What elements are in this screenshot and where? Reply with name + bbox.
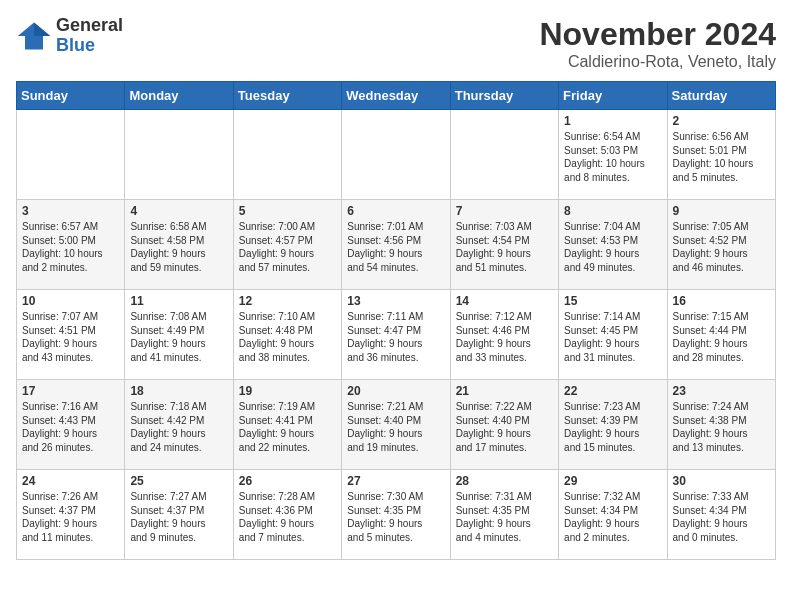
calendar-body: 1Sunrise: 6:54 AM Sunset: 5:03 PM Daylig… xyxy=(17,110,776,560)
day-info: Sunrise: 7:22 AM Sunset: 4:40 PM Dayligh… xyxy=(456,400,553,454)
day-info: Sunrise: 6:54 AM Sunset: 5:03 PM Dayligh… xyxy=(564,130,661,184)
calendar-cell: 26Sunrise: 7:28 AM Sunset: 4:36 PM Dayli… xyxy=(233,470,341,560)
day-number: 19 xyxy=(239,384,336,398)
day-info: Sunrise: 7:24 AM Sunset: 4:38 PM Dayligh… xyxy=(673,400,770,454)
calendar-cell: 9Sunrise: 7:05 AM Sunset: 4:52 PM Daylig… xyxy=(667,200,775,290)
day-info: Sunrise: 7:08 AM Sunset: 4:49 PM Dayligh… xyxy=(130,310,227,364)
day-info: Sunrise: 7:27 AM Sunset: 4:37 PM Dayligh… xyxy=(130,490,227,544)
calendar-cell: 5Sunrise: 7:00 AM Sunset: 4:57 PM Daylig… xyxy=(233,200,341,290)
day-number: 27 xyxy=(347,474,444,488)
day-number: 20 xyxy=(347,384,444,398)
calendar-cell: 3Sunrise: 6:57 AM Sunset: 5:00 PM Daylig… xyxy=(17,200,125,290)
calendar-cell: 8Sunrise: 7:04 AM Sunset: 4:53 PM Daylig… xyxy=(559,200,667,290)
day-number: 22 xyxy=(564,384,661,398)
calendar-cell xyxy=(233,110,341,200)
calendar-cell: 4Sunrise: 6:58 AM Sunset: 4:58 PM Daylig… xyxy=(125,200,233,290)
calendar-cell: 17Sunrise: 7:16 AM Sunset: 4:43 PM Dayli… xyxy=(17,380,125,470)
day-info: Sunrise: 7:33 AM Sunset: 4:34 PM Dayligh… xyxy=(673,490,770,544)
calendar-cell: 13Sunrise: 7:11 AM Sunset: 4:47 PM Dayli… xyxy=(342,290,450,380)
logo-icon xyxy=(16,18,52,54)
day-number: 21 xyxy=(456,384,553,398)
calendar-cell xyxy=(17,110,125,200)
day-number: 10 xyxy=(22,294,119,308)
day-number: 25 xyxy=(130,474,227,488)
day-number: 24 xyxy=(22,474,119,488)
day-number: 9 xyxy=(673,204,770,218)
calendar-table: SundayMondayTuesdayWednesdayThursdayFrid… xyxy=(16,81,776,560)
weekday-wednesday: Wednesday xyxy=(342,82,450,110)
day-info: Sunrise: 7:15 AM Sunset: 4:44 PM Dayligh… xyxy=(673,310,770,364)
calendar-cell: 10Sunrise: 7:07 AM Sunset: 4:51 PM Dayli… xyxy=(17,290,125,380)
logo-blue: Blue xyxy=(56,36,123,56)
calendar-cell: 27Sunrise: 7:30 AM Sunset: 4:35 PM Dayli… xyxy=(342,470,450,560)
day-number: 14 xyxy=(456,294,553,308)
calendar-cell: 1Sunrise: 6:54 AM Sunset: 5:03 PM Daylig… xyxy=(559,110,667,200)
day-info: Sunrise: 6:57 AM Sunset: 5:00 PM Dayligh… xyxy=(22,220,119,274)
week-row-5: 24Sunrise: 7:26 AM Sunset: 4:37 PM Dayli… xyxy=(17,470,776,560)
calendar-cell: 30Sunrise: 7:33 AM Sunset: 4:34 PM Dayli… xyxy=(667,470,775,560)
day-info: Sunrise: 7:12 AM Sunset: 4:46 PM Dayligh… xyxy=(456,310,553,364)
calendar-cell: 29Sunrise: 7:32 AM Sunset: 4:34 PM Dayli… xyxy=(559,470,667,560)
calendar-cell: 7Sunrise: 7:03 AM Sunset: 4:54 PM Daylig… xyxy=(450,200,558,290)
day-number: 23 xyxy=(673,384,770,398)
calendar-cell: 22Sunrise: 7:23 AM Sunset: 4:39 PM Dayli… xyxy=(559,380,667,470)
day-number: 2 xyxy=(673,114,770,128)
weekday-saturday: Saturday xyxy=(667,82,775,110)
day-info: Sunrise: 6:56 AM Sunset: 5:01 PM Dayligh… xyxy=(673,130,770,184)
weekday-header: SundayMondayTuesdayWednesdayThursdayFrid… xyxy=(17,82,776,110)
day-number: 13 xyxy=(347,294,444,308)
logo-general: General xyxy=(56,16,123,36)
day-info: Sunrise: 6:58 AM Sunset: 4:58 PM Dayligh… xyxy=(130,220,227,274)
day-number: 12 xyxy=(239,294,336,308)
day-number: 5 xyxy=(239,204,336,218)
day-info: Sunrise: 7:30 AM Sunset: 4:35 PM Dayligh… xyxy=(347,490,444,544)
day-number: 26 xyxy=(239,474,336,488)
calendar-cell xyxy=(450,110,558,200)
weekday-friday: Friday xyxy=(559,82,667,110)
calendar-cell: 6Sunrise: 7:01 AM Sunset: 4:56 PM Daylig… xyxy=(342,200,450,290)
header: General Blue November 2024 Caldierino-Ro… xyxy=(16,16,776,71)
day-info: Sunrise: 7:19 AM Sunset: 4:41 PM Dayligh… xyxy=(239,400,336,454)
calendar-cell xyxy=(342,110,450,200)
day-info: Sunrise: 7:26 AM Sunset: 4:37 PM Dayligh… xyxy=(22,490,119,544)
day-info: Sunrise: 7:04 AM Sunset: 4:53 PM Dayligh… xyxy=(564,220,661,274)
day-number: 30 xyxy=(673,474,770,488)
calendar-cell: 19Sunrise: 7:19 AM Sunset: 4:41 PM Dayli… xyxy=(233,380,341,470)
day-info: Sunrise: 7:28 AM Sunset: 4:36 PM Dayligh… xyxy=(239,490,336,544)
day-info: Sunrise: 7:21 AM Sunset: 4:40 PM Dayligh… xyxy=(347,400,444,454)
logo-text: General Blue xyxy=(56,16,123,56)
day-info: Sunrise: 7:31 AM Sunset: 4:35 PM Dayligh… xyxy=(456,490,553,544)
day-info: Sunrise: 7:07 AM Sunset: 4:51 PM Dayligh… xyxy=(22,310,119,364)
week-row-2: 3Sunrise: 6:57 AM Sunset: 5:00 PM Daylig… xyxy=(17,200,776,290)
title-section: November 2024 Caldierino-Rota, Veneto, I… xyxy=(539,16,776,71)
day-number: 3 xyxy=(22,204,119,218)
calendar-cell xyxy=(125,110,233,200)
location-title: Caldierino-Rota, Veneto, Italy xyxy=(539,53,776,71)
calendar-cell: 18Sunrise: 7:18 AM Sunset: 4:42 PM Dayli… xyxy=(125,380,233,470)
calendar-cell: 11Sunrise: 7:08 AM Sunset: 4:49 PM Dayli… xyxy=(125,290,233,380)
calendar-cell: 28Sunrise: 7:31 AM Sunset: 4:35 PM Dayli… xyxy=(450,470,558,560)
calendar-cell: 16Sunrise: 7:15 AM Sunset: 4:44 PM Dayli… xyxy=(667,290,775,380)
day-info: Sunrise: 7:03 AM Sunset: 4:54 PM Dayligh… xyxy=(456,220,553,274)
calendar-cell: 24Sunrise: 7:26 AM Sunset: 4:37 PM Dayli… xyxy=(17,470,125,560)
day-number: 1 xyxy=(564,114,661,128)
day-info: Sunrise: 7:05 AM Sunset: 4:52 PM Dayligh… xyxy=(673,220,770,274)
day-number: 6 xyxy=(347,204,444,218)
day-info: Sunrise: 7:10 AM Sunset: 4:48 PM Dayligh… xyxy=(239,310,336,364)
calendar-cell: 2Sunrise: 6:56 AM Sunset: 5:01 PM Daylig… xyxy=(667,110,775,200)
day-number: 16 xyxy=(673,294,770,308)
weekday-sunday: Sunday xyxy=(17,82,125,110)
day-info: Sunrise: 7:01 AM Sunset: 4:56 PM Dayligh… xyxy=(347,220,444,274)
day-info: Sunrise: 7:18 AM Sunset: 4:42 PM Dayligh… xyxy=(130,400,227,454)
month-title: November 2024 xyxy=(539,16,776,53)
calendar-cell: 12Sunrise: 7:10 AM Sunset: 4:48 PM Dayli… xyxy=(233,290,341,380)
logo: General Blue xyxy=(16,16,123,56)
day-info: Sunrise: 7:23 AM Sunset: 4:39 PM Dayligh… xyxy=(564,400,661,454)
weekday-monday: Monday xyxy=(125,82,233,110)
day-number: 18 xyxy=(130,384,227,398)
day-info: Sunrise: 7:16 AM Sunset: 4:43 PM Dayligh… xyxy=(22,400,119,454)
weekday-thursday: Thursday xyxy=(450,82,558,110)
day-info: Sunrise: 7:32 AM Sunset: 4:34 PM Dayligh… xyxy=(564,490,661,544)
week-row-3: 10Sunrise: 7:07 AM Sunset: 4:51 PM Dayli… xyxy=(17,290,776,380)
calendar-cell: 23Sunrise: 7:24 AM Sunset: 4:38 PM Dayli… xyxy=(667,380,775,470)
